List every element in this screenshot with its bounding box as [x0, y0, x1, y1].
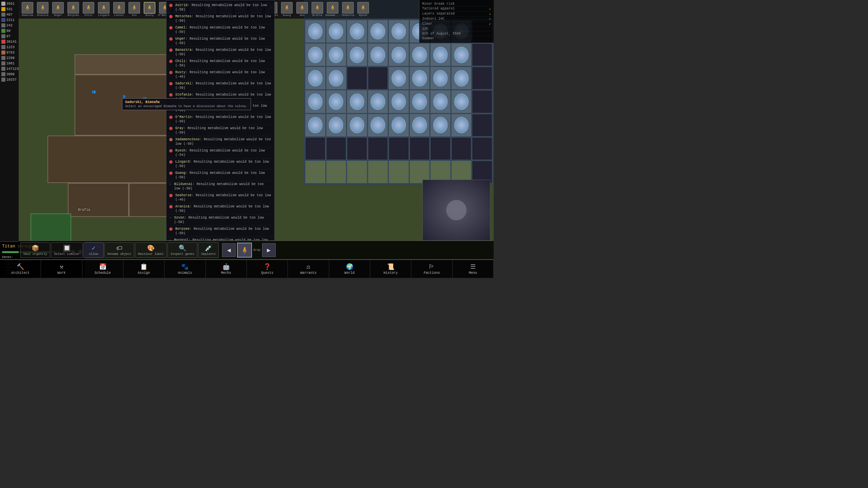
- mini-map-blob: [446, 200, 467, 220]
- assign-icon: 📋: [140, 263, 147, 270]
- char-chili[interactable]: 🧍 Chili: [81, 2, 96, 17]
- char-avatar-guang: 🧍: [281, 2, 293, 14]
- haul-urgently-button[interactable]: 📦 Haul urgently: [20, 242, 50, 258]
- machine-cell-2-1: [326, 67, 347, 89]
- machine-cell-3-6: [430, 90, 451, 113]
- machine-cell-4-0: [305, 114, 326, 137]
- machine-cell-1-4: [389, 43, 409, 66]
- allow-button[interactable]: ✓ Allow: [83, 242, 104, 258]
- machine-cell-3-8: [472, 90, 492, 113]
- char-lingard[interactable]: 🧍 Lingard: [97, 2, 111, 17]
- nav-history[interactable]: 📜 History: [370, 260, 411, 278]
- alert-icon-18: [169, 205, 173, 208]
- schedule-label: Schedule: [95, 271, 111, 275]
- mechs-icon: 🤖: [222, 263, 230, 270]
- history-label: History: [383, 271, 398, 275]
- alert-szvon: – Szvon: Resulting metabolism would be t…: [166, 215, 274, 226]
- machine-cell-3-7: [451, 90, 472, 113]
- graft-current: 🧍: [237, 243, 252, 258]
- status-indoors: Indoors 24C ✓: [422, 17, 491, 22]
- status-date: 6th of August, 5506: [422, 32, 491, 36]
- machine-cell-0-2: [347, 20, 367, 43]
- char-avatar-downtom: 🧍: [22, 2, 33, 14]
- alert-icon-1: [169, 15, 173, 18]
- resource-icon-13: [1, 72, 5, 76]
- nav-animals[interactable]: 🐾 Animals: [164, 260, 205, 278]
- char-kadame[interactable]: 🧍 Kadame...: [326, 2, 340, 17]
- implants-button[interactable]: 💉 Implants: [198, 242, 219, 258]
- machine-cell-6-3: [368, 161, 388, 183]
- menu-label: Menu: [469, 271, 477, 275]
- machine-cell-6-4: [389, 161, 409, 183]
- warrants-icon: ⚖: [307, 263, 310, 270]
- machine-cell-1-3: [368, 43, 388, 66]
- char-locust[interactable]: 🧍 Locust: [112, 2, 126, 17]
- char-avatar-xvn: 🧍: [129, 2, 140, 14]
- char-avatar-xan: 🧍: [296, 2, 308, 14]
- recolour-button[interactable]: 🎨 Recolour label: [135, 242, 167, 258]
- char-avatar-borpsee: 🧍: [67, 2, 79, 14]
- char-avatar-teahorse: 🧍: [342, 2, 354, 14]
- alert-panel[interactable]: Astrid: Resulting metabolism would be to…: [166, 0, 275, 241]
- alert-icon-0: [169, 4, 173, 7]
- char-xvn[interactable]: 🧍 Xvn: [127, 2, 141, 17]
- architect-label: Architect: [11, 271, 29, 275]
- nav-schedule[interactable]: 📅 Schedule: [82, 260, 123, 278]
- char-guang[interactable]: 🧍 Guang: [280, 2, 294, 17]
- nav-factions[interactable]: 🏳 Factions: [411, 260, 452, 278]
- char-name-rusty: Rusty: [145, 14, 154, 17]
- resource-3: 2211: [1, 18, 18, 22]
- nav-warrants[interactable]: ⚖ Warrants: [288, 260, 329, 278]
- brafia-map-label: Brafia: [78, 208, 90, 212]
- char-aranica[interactable]: 🧍 Aranica: [36, 2, 50, 17]
- machine-cell-2-4: [389, 67, 409, 89]
- alert-seahorse: Seahorse: Resulting metabolism would be …: [166, 192, 274, 203]
- char-rusty[interactable]: 🧍 Rusty: [142, 2, 157, 17]
- recolour-icon: 🎨: [147, 244, 155, 252]
- machine-cell-0-0: [305, 20, 326, 43]
- machine-cell-6-1: [326, 161, 347, 183]
- status-tattered: Tattered apparel ⚠: [422, 6, 491, 12]
- machine-cell-1-8: [472, 43, 492, 66]
- nav-assign[interactable]: 📋 Assign: [123, 260, 164, 278]
- resource-12: 147123: [1, 66, 18, 71]
- resource-icon-3: [1, 18, 5, 22]
- machine-cell-4-3: [368, 114, 388, 137]
- machine-cell-1-1: [326, 43, 347, 66]
- select-similar-button[interactable]: 🔲 Select similar: [51, 242, 83, 258]
- graft-prev[interactable]: ◀: [222, 243, 236, 257]
- alert-icon-5: [169, 60, 173, 63]
- char-brafia[interactable]: 🧍 Brafia: [310, 2, 324, 17]
- nav-menu[interactable]: ☰ Menu: [453, 260, 494, 278]
- nav-work[interactable]: ⚒ Work: [41, 260, 82, 278]
- graft-next[interactable]: ▶: [262, 243, 276, 257]
- char-unger[interactable]: 🧍 Unger: [51, 2, 65, 17]
- char-downtom[interactable]: 🧍 Downtom: [20, 2, 35, 17]
- char-avatar-lingard: 🧍: [98, 2, 110, 14]
- nav-world[interactable]: 🌍 World: [329, 260, 370, 278]
- alert-banastra: Banastra: Resulting metabolism would be …: [166, 47, 274, 58]
- graft-selector: ◀ 🧍 Gray ▶: [222, 243, 492, 258]
- nav-mechs[interactable]: 🤖 Mechs: [206, 260, 247, 278]
- machine-cell-4-8: [472, 114, 492, 137]
- alert-icon-11: [169, 127, 173, 130]
- char-avatar-kadame: 🧍: [327, 2, 338, 14]
- machine-cell-1-5: [410, 43, 430, 66]
- machine-cell-5-3: [368, 137, 388, 160]
- char-ryesh[interactable]: 🧍 Ryesh: [356, 2, 370, 17]
- char-teahorse[interactable]: 🧍 Teahorse: [341, 2, 355, 17]
- machine-cell-5-1: [326, 137, 347, 160]
- mechs-label: Mechs: [221, 271, 231, 275]
- rename-button[interactable]: 🏷 Rename object: [104, 242, 134, 258]
- nav-architect[interactable]: 🔨 Architect: [0, 260, 41, 278]
- char-xan[interactable]: 🧍 Xan: [295, 2, 309, 17]
- nav-quests[interactable]: ❓ Quests: [247, 260, 288, 278]
- schedule-icon: 📅: [99, 263, 106, 270]
- resource-8: 1223: [1, 45, 18, 49]
- mini-map: [422, 180, 490, 241]
- alert-metoches: Metoches: Resulting metabolism would be …: [166, 13, 274, 24]
- status-panel: Minor break risk Tattered apparel ⚠ Laye…: [419, 0, 494, 43]
- char-borpsee[interactable]: 🧍 Borpsee: [66, 2, 80, 17]
- resource-icon-6: [1, 34, 5, 38]
- inspect-genes-button[interactable]: 🔍 Inspect genes: [167, 242, 197, 258]
